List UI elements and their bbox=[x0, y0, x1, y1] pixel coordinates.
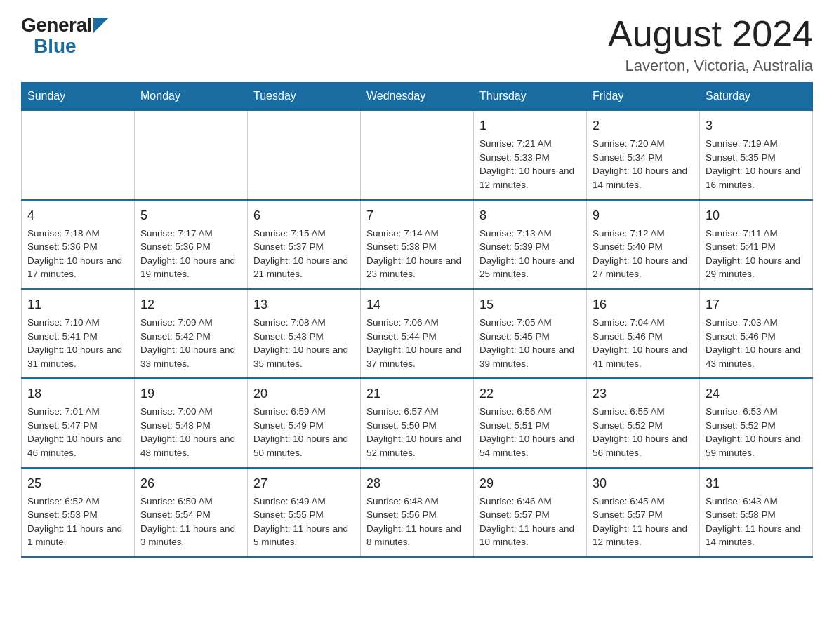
day-info: Sunset: 5:52 PM bbox=[593, 419, 694, 433]
calendar-cell: 4Sunrise: 7:18 AMSunset: 5:36 PMDaylight… bbox=[22, 200, 135, 289]
calendar-week-row: 25Sunrise: 6:52 AMSunset: 5:53 PMDayligh… bbox=[22, 468, 813, 557]
day-info: Sunrise: 7:17 AM bbox=[140, 227, 241, 241]
calendar-header-sunday: Sunday bbox=[22, 83, 135, 111]
day-info: Sunrise: 6:52 AM bbox=[27, 495, 128, 509]
calendar-cell: 30Sunrise: 6:45 AMSunset: 5:57 PMDayligh… bbox=[587, 468, 700, 557]
calendar-cell: 15Sunrise: 7:05 AMSunset: 5:45 PMDayligh… bbox=[474, 289, 587, 378]
calendar-cell: 8Sunrise: 7:13 AMSunset: 5:39 PMDaylight… bbox=[474, 200, 587, 289]
day-info: Sunset: 5:57 PM bbox=[479, 508, 581, 522]
day-number: 11 bbox=[27, 295, 128, 314]
day-info: Sunset: 5:34 PM bbox=[593, 151, 694, 165]
day-number: 18 bbox=[27, 384, 128, 403]
day-number: 5 bbox=[140, 206, 241, 224]
day-info: Sunset: 5:48 PM bbox=[140, 419, 241, 433]
calendar-week-row: 4Sunrise: 7:18 AMSunset: 5:36 PMDaylight… bbox=[22, 200, 813, 289]
calendar-cell: 29Sunrise: 6:46 AMSunset: 5:57 PMDayligh… bbox=[474, 468, 587, 557]
calendar-cell: 11Sunrise: 7:10 AMSunset: 5:41 PMDayligh… bbox=[22, 289, 135, 378]
day-info: Sunrise: 7:10 AM bbox=[27, 316, 128, 330]
calendar-header-monday: Monday bbox=[135, 83, 248, 111]
logo-blue-text: Blue bbox=[34, 35, 109, 58]
calendar-week-row: 11Sunrise: 7:10 AMSunset: 5:41 PMDayligh… bbox=[22, 289, 813, 378]
day-info: Daylight: 10 hours and 31 minutes. bbox=[27, 343, 128, 370]
calendar-cell bbox=[135, 110, 248, 199]
day-info: Daylight: 10 hours and 27 minutes. bbox=[593, 254, 694, 281]
day-info: Sunrise: 7:01 AM bbox=[27, 405, 128, 419]
day-number: 28 bbox=[366, 474, 468, 492]
calendar-table: SundayMondayTuesdayWednesdayThursdayFrid… bbox=[21, 82, 813, 558]
calendar-cell: 7Sunrise: 7:14 AMSunset: 5:38 PMDaylight… bbox=[361, 200, 474, 289]
day-info: Sunrise: 7:04 AM bbox=[593, 316, 694, 330]
calendar-header-row: SundayMondayTuesdayWednesdayThursdayFrid… bbox=[22, 83, 813, 111]
calendar-cell: 16Sunrise: 7:04 AMSunset: 5:46 PMDayligh… bbox=[587, 289, 700, 378]
calendar-cell: 26Sunrise: 6:50 AMSunset: 5:54 PMDayligh… bbox=[135, 468, 248, 557]
day-info: Sunset: 5:51 PM bbox=[479, 419, 581, 433]
day-info: Daylight: 10 hours and 52 minutes. bbox=[366, 432, 468, 459]
day-info: Sunset: 5:56 PM bbox=[366, 508, 468, 522]
day-info: Sunrise: 7:11 AM bbox=[706, 227, 807, 241]
day-number: 15 bbox=[479, 295, 581, 314]
day-info: Sunset: 5:41 PM bbox=[706, 240, 807, 254]
day-info: Daylight: 11 hours and 10 minutes. bbox=[479, 522, 581, 549]
calendar-cell: 20Sunrise: 6:59 AMSunset: 5:49 PMDayligh… bbox=[248, 378, 361, 467]
calendar-cell: 19Sunrise: 7:00 AMSunset: 5:48 PMDayligh… bbox=[135, 378, 248, 467]
day-info: Sunset: 5:47 PM bbox=[27, 419, 128, 433]
day-number: 24 bbox=[706, 384, 807, 403]
calendar-header-thursday: Thursday bbox=[474, 83, 587, 111]
day-number: 6 bbox=[253, 206, 355, 224]
day-number: 12 bbox=[140, 295, 241, 314]
calendar-header-wednesday: Wednesday bbox=[361, 83, 474, 111]
day-number: 20 bbox=[253, 384, 355, 403]
day-number: 10 bbox=[706, 206, 807, 224]
day-number: 9 bbox=[593, 206, 694, 224]
day-info: Sunrise: 7:08 AM bbox=[253, 316, 355, 330]
day-info: Sunset: 5:42 PM bbox=[140, 330, 241, 344]
day-info: Sunset: 5:33 PM bbox=[479, 151, 581, 165]
page-header: General Blue August 2024 Laverton, Victo… bbox=[21, 14, 813, 75]
day-info: Sunrise: 7:14 AM bbox=[366, 227, 468, 241]
day-number: 7 bbox=[366, 206, 468, 224]
day-info: Daylight: 11 hours and 5 minutes. bbox=[253, 522, 355, 549]
day-info: Sunset: 5:45 PM bbox=[479, 330, 581, 344]
day-info: Sunrise: 7:13 AM bbox=[479, 227, 581, 241]
day-info: Sunrise: 7:00 AM bbox=[140, 405, 241, 419]
calendar-header-saturday: Saturday bbox=[700, 83, 813, 111]
day-info: Sunrise: 7:03 AM bbox=[706, 316, 807, 330]
day-info: Sunset: 5:49 PM bbox=[253, 419, 355, 433]
day-number: 19 bbox=[140, 384, 241, 403]
calendar-cell: 17Sunrise: 7:03 AMSunset: 5:46 PMDayligh… bbox=[700, 289, 813, 378]
day-info: Daylight: 10 hours and 50 minutes. bbox=[253, 432, 355, 459]
calendar-header-tuesday: Tuesday bbox=[248, 83, 361, 111]
day-number: 22 bbox=[479, 384, 581, 403]
calendar-cell: 14Sunrise: 7:06 AMSunset: 5:44 PMDayligh… bbox=[361, 289, 474, 378]
calendar-cell: 28Sunrise: 6:48 AMSunset: 5:56 PMDayligh… bbox=[361, 468, 474, 557]
logo: General Blue bbox=[21, 14, 109, 58]
day-info: Daylight: 10 hours and 14 minutes. bbox=[593, 164, 694, 192]
day-info: Sunset: 5:39 PM bbox=[479, 240, 581, 254]
day-info: Sunrise: 7:12 AM bbox=[593, 227, 694, 241]
day-info: Daylight: 10 hours and 59 minutes. bbox=[706, 432, 807, 459]
day-info: Sunset: 5:46 PM bbox=[593, 330, 694, 344]
day-info: Sunset: 5:44 PM bbox=[366, 330, 468, 344]
day-info: Sunset: 5:37 PM bbox=[253, 240, 355, 254]
day-info: Sunset: 5:58 PM bbox=[706, 508, 807, 522]
day-number: 25 bbox=[27, 474, 128, 492]
calendar-cell: 24Sunrise: 6:53 AMSunset: 5:52 PMDayligh… bbox=[700, 378, 813, 467]
calendar-cell: 31Sunrise: 6:43 AMSunset: 5:58 PMDayligh… bbox=[700, 468, 813, 557]
day-info: Daylight: 10 hours and 54 minutes. bbox=[479, 432, 581, 459]
day-info: Sunset: 5:52 PM bbox=[706, 419, 807, 433]
calendar-cell: 9Sunrise: 7:12 AMSunset: 5:40 PMDaylight… bbox=[587, 200, 700, 289]
day-number: 1 bbox=[479, 116, 581, 135]
calendar-cell: 2Sunrise: 7:20 AMSunset: 5:34 PMDaylight… bbox=[587, 110, 700, 199]
day-info: Daylight: 10 hours and 25 minutes. bbox=[479, 254, 581, 281]
day-info: Daylight: 10 hours and 19 minutes. bbox=[140, 254, 241, 281]
day-info: Sunrise: 6:45 AM bbox=[593, 495, 694, 509]
day-info: Daylight: 10 hours and 12 minutes. bbox=[479, 164, 581, 192]
calendar-cell: 23Sunrise: 6:55 AMSunset: 5:52 PMDayligh… bbox=[587, 378, 700, 467]
day-info: Sunset: 5:36 PM bbox=[27, 240, 128, 254]
day-number: 17 bbox=[706, 295, 807, 314]
calendar-cell: 10Sunrise: 7:11 AMSunset: 5:41 PMDayligh… bbox=[700, 200, 813, 289]
day-info: Daylight: 10 hours and 41 minutes. bbox=[593, 343, 694, 370]
day-info: Sunrise: 6:56 AM bbox=[479, 405, 581, 419]
calendar-cell: 3Sunrise: 7:19 AMSunset: 5:35 PMDaylight… bbox=[700, 110, 813, 199]
calendar-week-row: 1Sunrise: 7:21 AMSunset: 5:33 PMDaylight… bbox=[22, 110, 813, 199]
